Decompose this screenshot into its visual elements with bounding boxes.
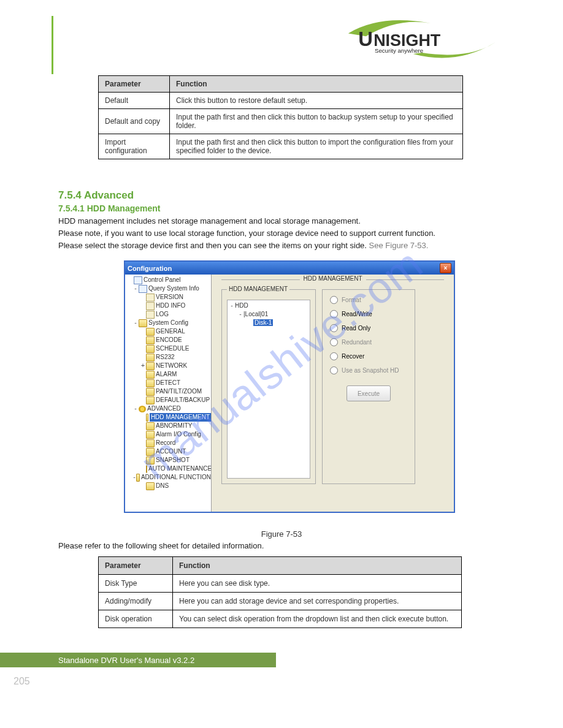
folder-icon — [146, 328, 155, 336]
svg-text:Security anywhere: Security anywhere — [375, 47, 423, 54]
folder-icon — [146, 482, 155, 490]
t1-header-parameter: Parameter — [99, 76, 170, 93]
radio-read-only[interactable]: Read Only — [330, 324, 407, 332]
table-row: Adding/modify Here you can add storage d… — [99, 593, 462, 610]
t2-header-function: Function — [173, 557, 462, 575]
table-row: Disk Type Here you can see disk type. — [99, 575, 462, 593]
folder-icon — [146, 457, 155, 464]
dialog-titlebar: Configuration × — [125, 262, 454, 275]
page-icon — [146, 302, 155, 310]
folder-icon — [146, 371, 155, 379]
folder-icon — [146, 396, 155, 404]
panel-title: HDD MANAGEMENT — [299, 275, 366, 282]
folder-icon — [146, 354, 155, 362]
hdd-disk-selected[interactable]: Disk-1 — [229, 319, 308, 327]
hdd-tree[interactable]: -HDD -|Local|01 Disk-1 — [227, 300, 310, 479]
panel-area: HDD MANAGEMENT HDD MANAGEMENT -HDD -|Loc… — [212, 275, 454, 512]
folder-icon — [146, 336, 155, 344]
figure-caption: Figure 7-53 — [0, 529, 563, 539]
panel-icon — [134, 276, 142, 284]
radio-redundant[interactable]: Redundant — [330, 338, 407, 346]
footer-bar: Standalone DVR User's Manual v3.2.2 — [0, 653, 276, 667]
folder-icon — [146, 379, 155, 387]
table-row: Import configuration Input the path firs… — [99, 134, 463, 159]
document-page: U NISIGHT Security anywhere Parameter Fu… — [0, 0, 563, 728]
lead-paragraph: HDD management includes net storage mana… — [58, 216, 361, 226]
parameter-table-1: Parameter Function Default Click this bu… — [98, 75, 463, 159]
table-row: Default and copy Input the path first an… — [99, 109, 463, 134]
folder-icon — [146, 422, 155, 430]
sheet-icon — [139, 285, 147, 293]
note-paragraph: Please note, if you want to use local st… — [58, 229, 463, 238]
folder-icon — [136, 474, 140, 482]
folder-icon — [139, 319, 147, 327]
folder-icon — [146, 439, 155, 447]
nav-tree[interactable]: Control Panel -Query System Info VERSION… — [125, 275, 212, 512]
gear-icon — [139, 406, 146, 412]
section-heading: 7.5.4 Advanced — [58, 189, 134, 202]
folder-icon — [146, 431, 155, 439]
page-icon — [146, 311, 155, 319]
page-icon — [146, 294, 155, 301]
t1-header-function: Function — [170, 76, 463, 93]
svg-text:U: U — [358, 28, 373, 50]
radio-snapshot-hd[interactable]: Use as Snapshot HD — [330, 366, 407, 374]
close-icon[interactable]: × — [440, 263, 451, 273]
radio-recover[interactable]: Recover — [330, 352, 407, 360]
execute-button[interactable]: Execute — [347, 385, 391, 401]
folder-icon — [146, 414, 148, 422]
folder-icon — [146, 345, 155, 353]
unisight-logo-svg: U NISIGHT Security anywhere — [345, 18, 499, 60]
after-figure-text: Please refer to the following sheet for … — [58, 541, 264, 550]
sub-heading: 7.5.4.1 HDD Management — [58, 203, 161, 213]
left-margin-rule — [52, 16, 53, 74]
brand-logo: U NISIGHT Security anywhere — [345, 18, 499, 60]
folder-icon — [146, 388, 155, 396]
page-number: 205 — [13, 676, 30, 687]
dialog-title: Configuration — [128, 265, 172, 272]
radio-format[interactable]: Format — [330, 296, 407, 304]
folder-icon — [146, 465, 147, 473]
folder-icon — [146, 362, 155, 370]
options-group: Format Read/Write Read Only Redundant Re… — [322, 289, 415, 484]
select-text: Please select the storage device first a… — [58, 241, 428, 250]
hdd-group: HDD MANAGEMENT -HDD -|Local|01 Disk-1 — [221, 289, 316, 484]
parameter-table-2: Parameter Function Disk Type Here you ca… — [98, 556, 462, 628]
svg-text:NISIGHT: NISIGHT — [373, 31, 441, 50]
t2-header-parameter: Parameter — [99, 557, 173, 575]
table-row: Default Click this button to restore def… — [99, 93, 463, 109]
folder-icon — [146, 448, 155, 456]
radio-read-write[interactable]: Read/Write — [330, 310, 407, 318]
table-row: Disk operation You can select disk opera… — [99, 610, 462, 628]
configuration-dialog: Configuration × Control Panel -Query Sys… — [124, 260, 455, 513]
nav-item-hdd-management[interactable]: HDD MANAGEMENT — [125, 413, 211, 422]
